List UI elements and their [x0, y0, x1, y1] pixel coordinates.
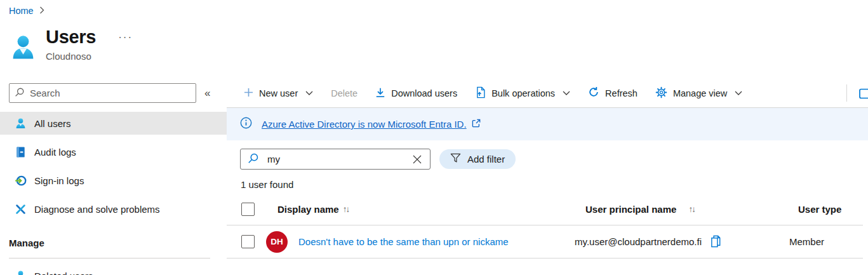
sidebar-divider: [9, 258, 210, 258]
result-count: 1 user found: [227, 179, 868, 190]
feedback-button[interactable]: [859, 88, 868, 99]
bulk-operations-button[interactable]: Bulk operations: [475, 86, 570, 100]
sidebar-item-all-users[interactable]: All users: [0, 112, 227, 135]
sidebar-item-label: Audit logs: [34, 147, 76, 158]
plus-icon: [244, 88, 253, 99]
clear-search-icon[interactable]: [411, 154, 423, 165]
refresh-button[interactable]: Refresh: [588, 86, 638, 100]
sidebar-item-deleted-users[interactable]: Deleted users: [0, 264, 227, 275]
table-header: Display name ↑↓ User principal name ↑↓ U…: [227, 201, 868, 218]
sort-icon: ↑↓: [688, 205, 695, 214]
page-header: Users ··· Cloudnoso: [10, 27, 133, 65]
refresh-label: Refresh: [605, 88, 638, 98]
audit-logs-icon: [14, 146, 27, 158]
avatar: DH: [266, 231, 288, 253]
diagnose-tools-icon: [14, 203, 27, 215]
column-header-upn[interactable]: User principal name ↑↓: [575, 204, 789, 215]
column-label: User type: [798, 204, 841, 215]
sidebar-search-input[interactable]: [30, 88, 190, 98]
select-all-checkbox[interactable]: [241, 203, 255, 216]
users-page-icon: [10, 34, 36, 65]
filter-row: Add filter: [227, 149, 868, 170]
entra-banner-link-text: Azure Active Directory is now Microsoft …: [262, 119, 467, 130]
manage-view-label: Manage view: [673, 88, 727, 98]
sort-icon: ↑↓: [343, 205, 349, 214]
column-label: User principal name: [585, 204, 676, 215]
sidebar-nav: All users Audit logs Sign-in logs: [0, 112, 227, 220]
sidebar: « All users Audit logs: [0, 79, 227, 275]
sidebar-item-label: Diagnose and solve problems: [34, 204, 160, 215]
row-checkbox[interactable]: [241, 235, 255, 248]
tenant-name: Cloudnoso: [46, 51, 133, 62]
delete-button[interactable]: Delete: [331, 88, 357, 98]
chevron-right-icon: [39, 6, 44, 16]
download-icon: [375, 87, 385, 100]
page-title: Users: [46, 27, 96, 48]
info-banner: Azure Active Directory is now Microsoft …: [227, 108, 868, 140]
column-label: Display name: [277, 204, 339, 215]
refresh-icon: [588, 86, 599, 100]
sidebar-search-box: [9, 83, 196, 103]
toolbar-divider: [846, 84, 847, 102]
entra-banner-link[interactable]: Azure Active Directory is now Microsoft …: [262, 119, 481, 130]
user-icon: [14, 117, 27, 130]
user-display-name-link[interactable]: Doesn't have to be the same than upn or …: [298, 236, 509, 247]
sidebar-item-audit-logs[interactable]: Audit logs: [0, 140, 227, 163]
add-filter-label: Add filter: [467, 154, 505, 164]
manage-view-button[interactable]: Manage view: [655, 86, 742, 100]
chevron-down-icon: [305, 91, 313, 95]
command-bar: New user Delete Download users Bulk oper…: [227, 79, 868, 108]
user-search-box: [240, 149, 431, 170]
user-search-input[interactable]: [267, 154, 403, 164]
user-principal-name: my.user@cloudpartnerdemo.fi: [575, 236, 702, 247]
bulk-operations-label: Bulk operations: [491, 88, 555, 98]
copy-icon[interactable]: [710, 235, 722, 248]
table-row: DH Doesn't have to be the same than upn …: [227, 225, 863, 258]
sidebar-item-diagnose[interactable]: Diagnose and solve problems: [0, 198, 227, 220]
new-user-button[interactable]: New user: [244, 88, 313, 99]
sidebar-item-label: All users: [34, 118, 71, 129]
column-header-user-type: User type: [789, 204, 868, 215]
breadcrumb-home-link[interactable]: Home: [9, 6, 34, 16]
bulk-operations-icon: [475, 86, 486, 100]
main-content: New user Delete Download users Bulk oper…: [227, 79, 868, 275]
sidebar-item-label: Deleted users: [34, 271, 93, 275]
search-icon: [248, 152, 259, 166]
download-users-label: Download users: [391, 88, 457, 98]
sidebar-item-sign-in-logs[interactable]: Sign-in logs: [0, 169, 227, 192]
search-icon: [15, 87, 25, 100]
user-type-value: Member: [789, 236, 863, 247]
column-header-display-name[interactable]: Display name ↑↓: [255, 204, 575, 215]
sign-in-logs-icon: [14, 175, 27, 187]
chevron-down-icon: [735, 91, 742, 95]
more-options-button[interactable]: ···: [118, 31, 133, 44]
gear-icon: [655, 86, 667, 100]
deleted-user-icon: [14, 270, 27, 275]
sidebar-item-label: Sign-in logs: [34, 175, 84, 186]
add-filter-button[interactable]: Add filter: [439, 149, 516, 169]
new-user-label: New user: [259, 88, 298, 98]
info-icon: [240, 117, 252, 131]
collapse-sidebar-button[interactable]: «: [204, 87, 210, 100]
sidebar-section-manage: Manage: [9, 238, 227, 248]
chevron-down-icon: [563, 91, 570, 95]
delete-label: Delete: [331, 88, 357, 98]
breadcrumb: Home: [9, 6, 44, 16]
external-link-icon: [472, 119, 481, 130]
filter-funnel-icon: [450, 153, 461, 165]
download-users-button[interactable]: Download users: [375, 87, 457, 100]
